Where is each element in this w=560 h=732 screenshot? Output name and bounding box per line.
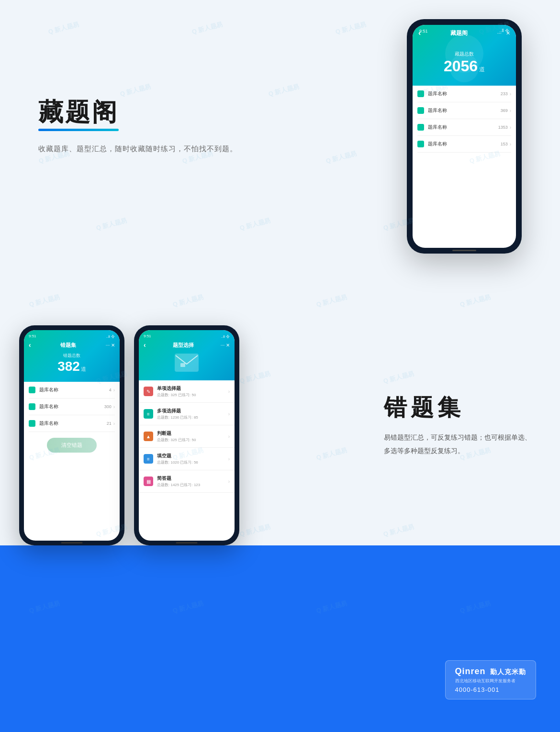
phone1-unit: 道 [479,66,485,74]
phone3-header-title: 题型选择 [173,342,194,349]
brand-bar: Qinren 勤人克米勤 西北地区移动互联网开发服务者 4000-613-001 [0,651,560,709]
section2-title: 错题集 [384,392,531,423]
phone2-unit: 道 [81,366,86,373]
phone2-count: 382 [57,359,80,374]
list-item[interactable]: 题库名称 4 › [29,382,115,399]
list-item[interactable]: 题库名称 21 › [29,415,115,432]
svg-rect-0 [175,354,199,372]
svg-rect-1 [180,363,185,367]
section-cang-ti-ge: 藏题阁 收藏题库、题型汇总，随时收藏随时练习，不怕找不到题。 9:51 ..ll… [0,0,560,306]
list-item[interactable]: 题库名称 153 › [417,136,511,153]
phone2-header-title: 错题集 [60,342,76,349]
phone2-time: 9:51 [29,334,36,339]
list-item[interactable]: 题库名称 300 › [29,399,115,415]
list-item[interactable]: 题库名称 1353 › [417,119,511,136]
phone-screen: 9:51 ..ll 令 ‹ 藏题阁 ··· ✕ [413,25,516,248]
phone-cuo-ti-ji: 9:51 ..ll 令 ‹ 错题集 ··· ✕ 错题总数 382 道 [19,325,124,545]
fill-icon: ≡ [144,454,153,464]
section1-text: 藏题阁 收藏题库、题型汇总，随时收藏随时练习，不怕找不到题。 [38,96,237,154]
phone-type-select: 9:51 ..ll 令 ‹ 题型选择 ··· ✕ [134,325,239,545]
multi-icon: ≡ [144,409,153,419]
status-time: 9:51 [419,29,428,33]
status-bar: 9:51 ..ll 令 [413,25,516,35]
single-icon: ✎ [144,387,153,396]
brand-box: Qinren 勤人克米勤 西北地区移动互联网开发服务者 4000-613-001 [445,660,536,699]
phone2-screen: 9:51 ..ll 令 ‹ 错题集 ··· ✕ 错题总数 382 道 [24,330,120,541]
clear-button[interactable]: 清空错题 [47,438,97,453]
phone2-list: 题库名称 4 › 题库名称 300 › 题库名称 21 › [24,382,120,432]
list-item[interactable]: 题库名称 369 › [417,102,511,119]
section1-title: 藏题阁 [38,96,119,129]
phone2-back[interactable]: ‹ [29,341,31,349]
type-item-multi[interactable]: ≡ 多项选择题 总题数: 1236 已练习: 85 › [139,403,235,425]
blue-spacer [0,545,560,651]
brand-tagline: 西北地区移动互联网开发服务者 [455,678,526,684]
brand-name: Qinren 勤人克米勤 [455,666,526,677]
phone2-subtitle: 错题总数 [24,353,120,359]
type-item-short-answer[interactable]: ▦ 简答题 总题数: 1425 已练习: 123 › [139,470,235,493]
phone3-time: 9:51 [144,334,151,339]
phone-cang-ti-ge: 9:51 ..ll 令 ‹ 藏题阁 ··· ✕ [407,19,522,254]
status-signal: ..ll 令 [499,28,509,34]
type-item-judge[interactable]: ▲ 判断题 总题数: 325 已练习: 50 › [139,425,235,448]
short-answer-icon: ▦ [144,477,153,486]
section1-desc: 收藏题库、题型汇总，随时收藏随时练习，不怕找不到题。 [38,144,237,154]
section2-text: 错题集 易错题型汇总，可反复练习错题；也可根据单选、 多选等多种题型反复练习。 [384,392,531,457]
type-item-fill[interactable]: ≡ 填空题 总题数: 1020 已练习: 56 › [139,448,235,470]
brand-phone: 4000-613-001 [455,686,526,693]
list-item[interactable]: 题库名称 233 › [417,86,511,102]
section2-desc2: 多选等多种题型反复练习。 [384,444,531,457]
phone1-list: 题库名称 233 › 题库名称 369 › 题库名称 1353 › [413,86,516,153]
type-list: ✎ 单项选择题 总题数: 325 已练习: 50 › ≡ 多项选择题 总题数: … [139,380,235,493]
phone3-back[interactable]: ‹ [144,341,146,349]
phones-row: 9:51 ..ll 令 ‹ 错题集 ··· ✕ 错题总数 382 道 [0,325,560,545]
phone3-screen: 9:51 ..ll 令 ‹ 题型选择 ··· ✕ [139,330,235,541]
type-item-single[interactable]: ✎ 单项选择题 总题数: 325 已练习: 50 › [139,380,235,403]
envelope-icon [175,354,199,372]
judge-icon: ▲ [144,432,153,441]
section2-desc1: 易错题型汇总，可反复练习错题；也可根据单选、 [384,431,531,444]
section-cuo-ti-ji: 9:51 ..ll 令 ‹ 错题集 ··· ✕ 错题总数 382 道 [0,306,560,732]
phone-body: 9:51 ..ll 令 ‹ 藏题阁 ··· ✕ [407,19,522,254]
